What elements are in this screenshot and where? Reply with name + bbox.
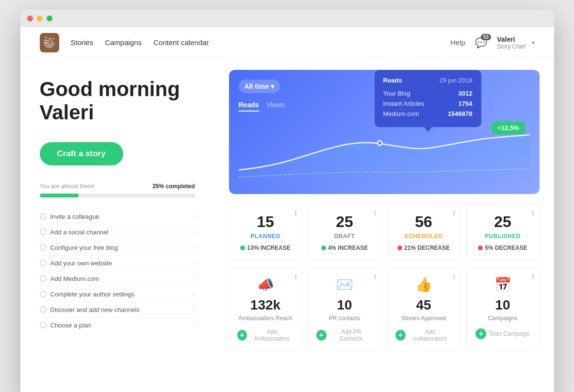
bottom-grid: ℹ 📣 132k Ambassadors Reach + Add Ambassa…: [229, 267, 540, 351]
nav-stories[interactable]: Stories: [71, 38, 94, 47]
checklist-item[interactable]: Add your own website ›: [40, 256, 195, 271]
add-icon: +: [476, 328, 486, 339]
stat-label: PLANNED: [237, 233, 294, 240]
chevron-right-icon: ›: [193, 213, 195, 220]
stat-change-text: 21% DECREASE: [404, 245, 450, 251]
info-icon[interactable]: ℹ: [453, 273, 455, 280]
growth-badge: +12,5%: [492, 121, 525, 134]
checklist-label: Configure your free blog: [50, 244, 118, 251]
info-icon[interactable]: ℹ: [453, 209, 455, 217]
add-ambassadors-button[interactable]: + Add Ambassadors: [237, 328, 294, 342]
info-icon[interactable]: ℹ: [374, 273, 376, 280]
stat-number: 25: [316, 213, 373, 231]
card-number: 10: [316, 297, 373, 313]
right-panel: All time ▾ Reads Views Reads 29 jun 2018: [214, 58, 554, 363]
minimize-dot[interactable]: [37, 16, 43, 21]
tooltip-title: Reads: [383, 77, 402, 84]
check-circle-icon: [40, 213, 47, 220]
stat-change: 21% DECREASE: [395, 245, 452, 251]
close-dot[interactable]: [27, 16, 33, 21]
notification-button[interactable]: 💬 53: [475, 37, 487, 49]
card-pr-contacts: ℹ ✉️ 10 PR contacts + Add PR Contacts: [308, 267, 381, 351]
checklist-item[interactable]: Add Medium.com ›: [40, 271, 195, 287]
info-icon[interactable]: ℹ: [532, 273, 534, 280]
chevron-right-icon: ›: [193, 275, 195, 282]
nav-content-calendar[interactable]: Content calendar: [153, 38, 209, 47]
nav-right: Help 💬 53 Valeri Story Chief ▾: [450, 35, 534, 50]
nav-campaigns[interactable]: Campaigns: [105, 38, 142, 47]
tooltip-row: Instant Articles 1754: [383, 100, 473, 107]
help-link[interactable]: Help: [450, 38, 465, 47]
tooltip-row: Medium.com 1546878: [383, 110, 473, 117]
chart-tooltip: Reads 29 jun 2018 Your Blog 3012 Instant…: [375, 70, 481, 127]
card-label: PR contacts: [316, 315, 373, 322]
stat-change-text: 13% INCREASE: [247, 245, 290, 251]
chevron-down-icon: ▾: [271, 82, 274, 90]
tooltip-header: Reads 29 jun 2018: [383, 77, 473, 84]
progress-bar-bg: [40, 194, 195, 197]
chevron-right-icon: ›: [193, 229, 195, 235]
user-menu[interactable]: Valeri Story Chief ▾: [497, 35, 534, 50]
add-icon: +: [316, 330, 327, 341]
check-circle-icon: [40, 322, 47, 328]
stat-label: SCHEDULED: [395, 233, 452, 240]
progress-section: You are almost there! 25% completed: [40, 183, 195, 197]
craft-story-button[interactable]: Craft a story: [40, 142, 123, 165]
chart-section: All time ▾ Reads Views Reads 29 jun 2018: [229, 70, 540, 194]
info-icon[interactable]: ℹ: [374, 209, 376, 217]
checklist: Invite a colleague › Add a social channe…: [40, 209, 195, 333]
chevron-down-icon: ▾: [532, 39, 535, 46]
tooltip-label: Medium.com: [383, 110, 419, 117]
check-circle-icon: [40, 229, 47, 235]
time-filter-button[interactable]: All time ▾: [239, 80, 280, 93]
tab-views[interactable]: Views: [267, 101, 285, 112]
tab-reads[interactable]: Reads: [239, 101, 259, 112]
check-circle-icon: [40, 291, 47, 297]
card-stories-approved: ℹ 👍 45 Stories Approved + Add collaborat…: [387, 267, 460, 351]
info-icon[interactable]: ℹ: [295, 273, 297, 280]
stat-change: 4% INCREASE: [316, 245, 373, 251]
thumbsup-icon: 👍: [395, 277, 452, 293]
tooltip-row: Your Blog 3012: [383, 90, 473, 97]
megaphone-icon: 📣: [237, 277, 294, 293]
card-label: Ambassadors Reach: [237, 315, 294, 322]
titlebar: [20, 10, 554, 27]
progress-header: You are almost there! 25% completed: [40, 183, 195, 190]
info-icon[interactable]: ℹ: [295, 209, 297, 217]
card-label: Campaigns: [475, 315, 531, 322]
stat-change: 13% INCREASE: [237, 245, 294, 251]
greeting-line1: Good morning: [40, 78, 180, 100]
check-circle-icon: [40, 244, 47, 251]
checklist-item[interactable]: Discover and add new channels ›: [40, 302, 195, 318]
checklist-label: Choose a plan: [50, 322, 91, 329]
checklist-item[interactable]: Invite a colleague ›: [40, 209, 195, 225]
info-icon[interactable]: ℹ: [532, 209, 534, 217]
card-number: 10: [475, 297, 531, 313]
start-campaign-button[interactable]: + Start Campaign: [475, 328, 531, 339]
checklist-label: Discover and add new channels: [50, 306, 140, 313]
greeting: Good morning Valeri: [40, 78, 195, 125]
left-panel: Good morning Valeri Craft a story You ar…: [20, 58, 214, 363]
checklist-item[interactable]: Add a social channel ›: [40, 225, 195, 240]
increase-icon: [240, 245, 245, 250]
stat-number: 15: [237, 213, 294, 231]
chart-datapoint-inner: [378, 142, 381, 145]
chevron-right-icon: ›: [193, 306, 195, 313]
stat-label: DRAFT: [316, 233, 373, 240]
card-ambassadors: ℹ 📣 132k Ambassadors Reach + Add Ambassa…: [229, 267, 302, 351]
add-pr-contacts-button[interactable]: + Add PR Contacts: [316, 328, 373, 342]
user-name: Valeri: [497, 35, 525, 43]
tooltip-value: 1546878: [448, 110, 473, 117]
maximize-dot[interactable]: [47, 16, 52, 21]
checklist-label: Add Medium.com: [50, 275, 99, 282]
add-collaborators-button[interactable]: + Add collaborators: [395, 328, 452, 342]
checklist-item[interactable]: Configure your free blog ›: [40, 240, 195, 256]
checklist-item[interactable]: Complete your author settings ›: [40, 287, 195, 302]
greeting-line2: Valeri: [40, 101, 94, 124]
progress-bar-fill: [40, 194, 79, 197]
envelope-icon: ✉️: [316, 277, 373, 293]
notification-badge: 53: [481, 34, 491, 40]
checklist-item[interactable]: Choose a plan ›: [40, 318, 195, 333]
card-number: 45: [395, 297, 452, 313]
stat-card-published: ℹ 25 PUBLISHED 5% DECREASE: [466, 204, 540, 261]
